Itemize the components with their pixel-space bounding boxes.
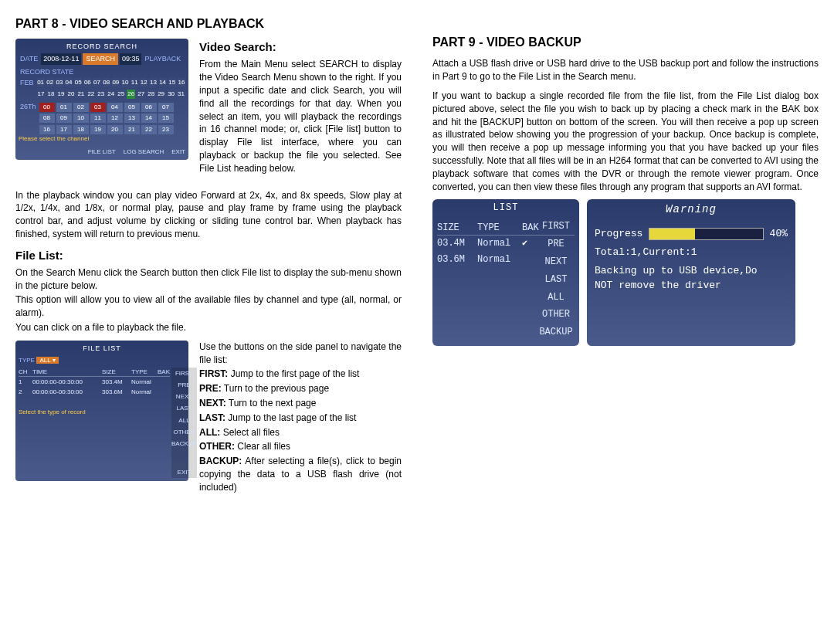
all-lbl: ALL: [199,427,220,438]
playback-paragraph: In the playback window you can play vide… [15,189,402,241]
backup-list-screenshot: LIST SIZE TYPE BAK 03.4M Normal ✔ 03.6M [432,199,579,346]
bl-side-buttons: FIRST PRE NEXT LAST ALL OTHER BACKUP [534,218,578,341]
fl-exit: EXIT [171,466,197,478]
last-txt: Jump to the last page of the list [225,412,356,423]
file-list-p3: You can click on a file to playback the … [15,321,402,334]
rs-daylbl: 26Th [19,102,38,112]
warn-line2: NOT remove the driver [595,279,788,293]
video-search-text: From the Main Menu select SEARCH to disp… [199,58,402,175]
total-text: Total:1,Current:1 [595,246,788,259]
backup-p2: If you want to backup a single recorded … [432,90,819,193]
progress-bar [649,228,763,240]
next-lbl: NEXT: [199,398,226,408]
rs-title: RECORD SEARCH [19,42,185,52]
rs-rec-lbl: RECORD STATE [19,67,185,77]
pre-txt: Turn to the previous page [222,383,329,394]
pre-lbl: PRE: [199,383,222,394]
backup-warning-screenshot: Warning Progress 40% Total:1,Current:1 B… [587,199,795,346]
progress-label: Progress [595,227,642,241]
progress-pct: 40% [770,227,788,241]
video-search-heading: Video Search: [199,39,402,55]
backup-lbl: BACKUP: [199,456,242,466]
first-txt: Jump to the first page of the list [228,368,359,379]
rs-date-val: 2008-12-11 [41,53,81,65]
file-list-heading: File List: [15,247,402,263]
fl-intro: Use the buttons on the side panel to nav… [199,341,402,367]
first-lbl: FIRST: [199,368,228,379]
table-row: 1 00:00:00-00:30:00 303.4M Normal [19,377,170,387]
rs-search-btn: SEARCH [83,53,118,65]
rs-hint: Please select the channel [19,134,185,143]
rs-date-lbl: DATE [19,54,39,64]
all-txt: Select all files [220,427,280,438]
fl-hint: Select the type of record [19,408,170,416]
file-list-p2: This option will allow you to view all o… [15,293,402,320]
warn-line1: Backing up to USB device,Do [595,264,788,278]
fl-type-lbl: TYPE [19,357,35,364]
bl-title: LIST [432,199,579,217]
part8-heading: PART 8 - VIDEO SEARCH AND PLAYBACK [15,15,402,32]
next-txt: Turn to the next page [226,398,317,408]
part9-heading: PART 9 - VIDEO BACKUP [432,34,819,51]
fl-type-val: ALL ▾ [36,357,58,364]
rs-time-val: 09:35 [120,53,142,65]
fl-title: FILE LIST [19,344,185,354]
rs-month: FEB [19,78,36,88]
file-list-screenshot: FILE LIST TYPE ALL ▾ CH TIME SIZE TYPE B… [15,341,188,482]
other-lbl: OTHER: [199,441,235,452]
backup-p1: Attach a USB flash drive or USB hard dri… [432,57,819,83]
warn-title: Warning [587,199,795,221]
other-txt: Clear all files [235,441,290,452]
table-row: 2 00:00:00-00:30:00 303.6M Normal [19,387,170,397]
last-lbl: LAST: [199,412,225,423]
file-list-p1: On the Search Menu click the Search butt… [15,266,402,293]
record-search-screenshot: RECORD SEARCH DATE 2008-12-11 SEARCH 09:… [15,39,188,159]
rs-play-lbl: PLAYBACK [143,54,182,64]
fl-side-buttons: FIRST PRE NEXT LAST ALL OTHER BACKUP EXI… [171,368,197,479]
